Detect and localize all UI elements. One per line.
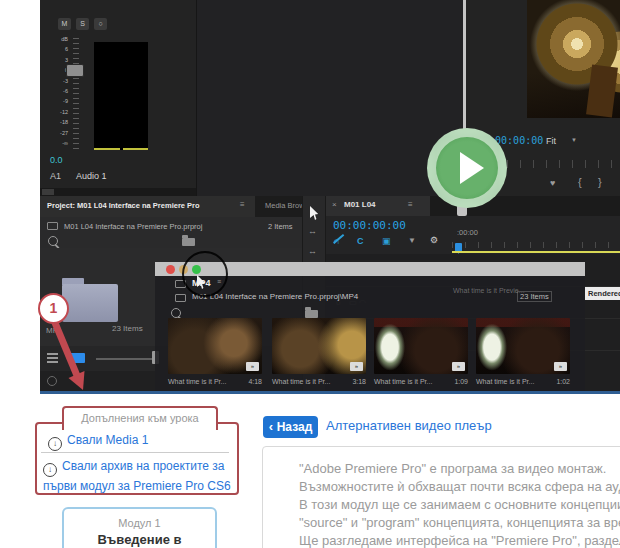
ruler-label: :00:00: [457, 228, 478, 237]
clip-name: What time is it Pr...: [476, 378, 534, 385]
record-arm-icon: ○: [94, 18, 107, 30]
db-label: 3: [44, 55, 68, 65]
meter-level-left: [94, 148, 120, 150]
db-label: -12: [44, 107, 68, 117]
track-select-back-icon: ↔: [308, 246, 317, 256]
zoom-slider: [96, 358, 154, 360]
module-subtitle: Модул 1: [64, 517, 215, 529]
player-progress-bar[interactable]: [40, 391, 620, 394]
clip-label: What time is it Pr...3:18: [272, 378, 366, 385]
mark-in-icon: {: [578, 176, 582, 188]
program-video-frame-clocks: [527, 0, 620, 118]
download-link-archive[interactable]: ↓Свали архив на проектите за първи модул…: [43, 457, 231, 494]
downloads-divider: [41, 452, 229, 453]
description-line: Ще разгледаме интерфейса на "Premiere Pr…: [299, 532, 620, 548]
db-label: -∞: [44, 138, 68, 148]
clip-name: What time is it Pr...: [272, 378, 330, 385]
db-label: -18: [44, 117, 68, 127]
tab-project-label: Project: M01 L04 Interface na Premiere P…: [47, 201, 200, 210]
marker-icon: ♥: [550, 178, 555, 188]
fader-ticks: [73, 38, 79, 152]
alt-player-link[interactable]: Алтернативен видео плеър: [326, 418, 492, 433]
tab-sequence: × M01 L04 ≡: [326, 196, 430, 216]
selection-tool-icon: [310, 206, 320, 220]
back-button[interactable]: ‹ Назад: [263, 416, 318, 438]
timeline-settings-icon: ▣: [382, 236, 391, 246]
audio-mixer-panel: MS○ dB 6 3 0 -3 -6 -9 -12 -18 -27 -∞ 0.0…: [40, 0, 196, 196]
bin-icon: [175, 294, 186, 302]
search-icon: [48, 236, 58, 246]
level-value: 0.0: [50, 155, 63, 165]
zoom-mode-select: Fit: [546, 136, 556, 146]
project-tab-bar: Project: M01 L04 Interface na Premiere P…: [40, 196, 302, 217]
db-scale: dB 6 3 0 -3 -6 -9 -12 -18 -27 -∞: [44, 34, 68, 148]
track-number: A1: [50, 171, 61, 181]
clip-duration: 4:18: [248, 378, 262, 385]
clip-label: What time is it Pr...4:18: [168, 378, 262, 385]
fader-handle: [66, 64, 84, 77]
mixer-scrollbar: [40, 188, 196, 196]
search-icon: [171, 308, 181, 318]
new-bin-icon: [305, 310, 318, 318]
download-link-label[interactable]: Свали Media 1: [67, 433, 148, 447]
description-line: Възможностите ѝ обхващат почти всяка сфе…: [299, 478, 620, 496]
db-label: dB: [44, 34, 68, 44]
close-icon: ×: [332, 200, 337, 209]
video-player[interactable]: MS○ dB 6 3 0 -3 -6 -9 -12 -18 -27 -∞ 0.0…: [40, 0, 620, 391]
clip-label: What time is it Pr...1:02: [476, 378, 570, 385]
description-line: "Adobe Premiere Pro" е програма за видео…: [299, 460, 620, 478]
annotation-step-badge: 1: [38, 293, 69, 324]
download-icon: ↓: [48, 437, 62, 451]
scrollbar-thumb: [42, 189, 54, 195]
clip-speed-icon: »: [350, 362, 363, 371]
timeline-header: 00:00:00:00 ∩ C ▣ ▼ ⚙ :00:00: [326, 216, 620, 254]
bin-items-count: 23 Items: [517, 291, 552, 302]
project-items-count: 2 Items: [268, 222, 293, 231]
tab-project: Project: M01 L04 Interface na Premiere P…: [40, 196, 255, 217]
highlight-ring-annotation: [182, 251, 228, 297]
close-traffic-light: [166, 265, 175, 274]
clip-speed-icon: »: [554, 362, 567, 371]
shield-icon: ▼: [408, 236, 416, 245]
chevron-left-icon: ‹: [269, 419, 277, 434]
clip-label: What time is it Pr...1:09: [374, 378, 468, 385]
back-button-label: Назад: [277, 420, 313, 434]
track-select-forward-icon: ↔: [308, 226, 317, 236]
db-label: -27: [44, 128, 68, 138]
play-button[interactable]: [427, 128, 507, 208]
panel-menu-icon: ≡: [408, 200, 413, 209]
db-label: 6: [44, 44, 68, 54]
clip-name: What time is it Pr...: [374, 378, 432, 385]
clock-wood-detail: [586, 65, 618, 118]
mute-button: M: [58, 18, 71, 30]
db-label: -9: [44, 96, 68, 106]
clip-thumbnail: »: [272, 318, 366, 374]
module-nav-card[interactable]: Модул 1 Въведение в Adobe Premiere Pro: [62, 507, 217, 548]
download-icon: ↓: [43, 463, 57, 477]
new-bin-icon: [182, 238, 195, 246]
clip-thumbnail: »: [168, 318, 262, 374]
project-file-name: M01 L04 Interface na Premiere Pro.prproj: [64, 222, 202, 231]
background-clip-name: What time is it Previe...: [453, 287, 525, 294]
timeline-ruler: [452, 242, 620, 248]
clip-name: What time is it Pr...: [168, 378, 226, 385]
download-link-label[interactable]: Свали архив на проектите за първи модул …: [43, 459, 231, 493]
download-link-media1[interactable]: ↓Свали Media 1: [48, 430, 148, 451]
folder-items-count: 23 Items: [112, 324, 143, 333]
timeline-timecode: 00:00:00:00: [333, 219, 406, 232]
db-label: -6: [44, 86, 68, 96]
mark-out-icon: }: [598, 176, 602, 188]
bin-icon: [47, 222, 58, 230]
clip-duration: 3:18: [352, 378, 366, 385]
empty-panel: [196, 0, 464, 196]
chevron-down-icon: ▼: [571, 137, 577, 143]
lesson-description-box: "Adobe Premiere Pro" е програма за видео…: [262, 446, 620, 548]
rendered-badge: Rendered: [585, 287, 620, 300]
panel-menu-icon: ≡: [240, 200, 245, 209]
meter-level-right: [123, 148, 148, 150]
wrench-icon: ⚙: [430, 235, 438, 245]
description-line: "source" и "program" концепцията, концеп…: [299, 514, 620, 532]
linked-selection-icon: C: [357, 236, 364, 246]
db-label: 0: [44, 65, 68, 75]
level-meter: [94, 42, 148, 150]
